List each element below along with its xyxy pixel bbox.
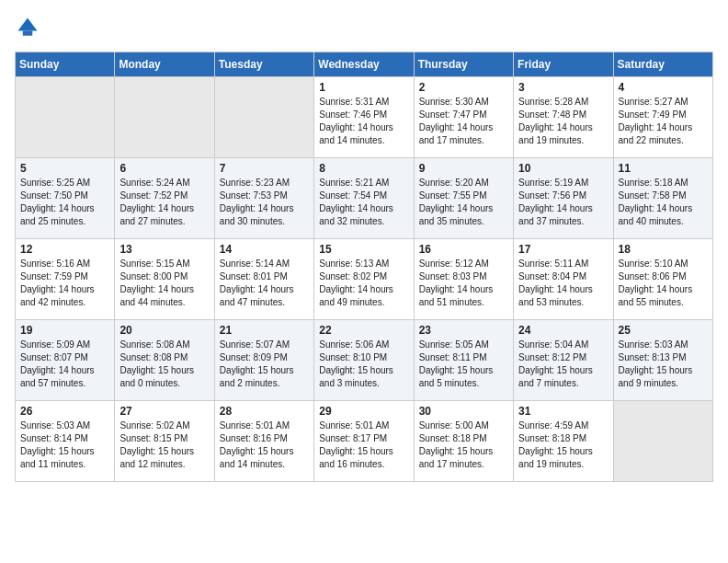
day-info: Sunrise: 5:14 AMSunset: 8:01 PMDaylight:… — [220, 258, 309, 309]
calendar-cell: 15Sunrise: 5:13 AMSunset: 8:02 PMDayligh… — [314, 239, 414, 320]
day-info: Sunrise: 5:20 AMSunset: 7:55 PMDaylight:… — [419, 177, 508, 228]
day-info: Sunrise: 5:18 AMSunset: 7:58 PMDaylight:… — [619, 177, 708, 228]
day-number: 27 — [119, 405, 209, 418]
calendar-cell: 1Sunrise: 5:31 AMSunset: 7:46 PMDaylight… — [314, 77, 414, 158]
calendar-cell: 22Sunrise: 5:06 AMSunset: 8:10 PMDayligh… — [314, 320, 414, 401]
day-info: Sunrise: 5:30 AMSunset: 7:47 PMDaylight:… — [419, 96, 508, 147]
day-number: 13 — [119, 243, 209, 256]
day-info: Sunrise: 5:01 AMSunset: 8:16 PMDaylight:… — [220, 419, 309, 471]
day-number: 29 — [319, 405, 408, 418]
calendar-week-row: 26Sunrise: 5:03 AMSunset: 8:14 PMDayligh… — [16, 401, 713, 482]
day-number: 5 — [20, 162, 109, 175]
weekday-header: Monday — [115, 52, 214, 77]
day-info: Sunrise: 5:09 AMSunset: 8:07 PMDaylight:… — [20, 339, 109, 390]
day-info: Sunrise: 4:59 AMSunset: 8:18 PMDaylight:… — [518, 419, 608, 471]
day-info: Sunrise: 5:07 AMSunset: 8:09 PMDaylight:… — [220, 339, 309, 390]
calendar-cell: 7Sunrise: 5:23 AMSunset: 7:53 PMDaylight… — [214, 158, 313, 239]
day-number: 12 — [20, 243, 109, 256]
calendar-cell: 24Sunrise: 5:04 AMSunset: 8:12 PMDayligh… — [514, 320, 613, 401]
weekday-header: Saturday — [613, 52, 712, 77]
day-info: Sunrise: 5:21 AMSunset: 7:54 PMDaylight:… — [319, 177, 408, 228]
weekday-header: Friday — [514, 52, 613, 77]
day-info: Sunrise: 5:24 AMSunset: 7:52 PMDaylight:… — [119, 177, 209, 228]
calendar-cell: 20Sunrise: 5:08 AMSunset: 8:08 PMDayligh… — [115, 320, 214, 401]
calendar-cell: 17Sunrise: 5:11 AMSunset: 8:04 PMDayligh… — [514, 239, 613, 320]
calendar-cell — [613, 401, 712, 482]
day-number: 24 — [518, 324, 608, 337]
day-info: Sunrise: 5:16 AMSunset: 7:59 PMDaylight:… — [20, 258, 109, 309]
day-number: 6 — [119, 162, 209, 175]
day-number: 3 — [518, 81, 608, 94]
day-number: 23 — [419, 324, 508, 337]
day-number: 28 — [220, 405, 309, 418]
weekday-header: Wednesday — [314, 52, 414, 77]
calendar-cell: 10Sunrise: 5:19 AMSunset: 7:56 PMDayligh… — [514, 158, 613, 239]
svg-marker-0 — [18, 18, 38, 31]
day-number: 25 — [619, 324, 708, 337]
day-info: Sunrise: 5:10 AMSunset: 8:06 PMDaylight:… — [619, 258, 708, 309]
day-number: 9 — [419, 162, 508, 175]
day-info: Sunrise: 5:19 AMSunset: 7:56 PMDaylight:… — [518, 177, 608, 228]
calendar-cell: 11Sunrise: 5:18 AMSunset: 7:58 PMDayligh… — [613, 158, 712, 239]
calendar-cell: 29Sunrise: 5:01 AMSunset: 8:17 PMDayligh… — [314, 401, 414, 482]
day-number: 26 — [20, 405, 109, 418]
weekday-header-row: SundayMondayTuesdayWednesdayThursdayFrid… — [16, 52, 713, 77]
day-info: Sunrise: 5:03 AMSunset: 8:13 PMDaylight:… — [619, 339, 708, 390]
calendar-cell: 25Sunrise: 5:03 AMSunset: 8:13 PMDayligh… — [613, 320, 712, 401]
calendar-week-row: 12Sunrise: 5:16 AMSunset: 7:59 PMDayligh… — [16, 239, 713, 320]
day-info: Sunrise: 5:25 AMSunset: 7:50 PMDaylight:… — [20, 177, 109, 228]
calendar-cell: 18Sunrise: 5:10 AMSunset: 8:06 PMDayligh… — [613, 239, 712, 320]
day-info: Sunrise: 5:23 AMSunset: 7:53 PMDaylight:… — [220, 177, 309, 228]
calendar-cell: 14Sunrise: 5:14 AMSunset: 8:01 PMDayligh… — [214, 239, 313, 320]
svg-rect-1 — [23, 31, 33, 36]
calendar-cell: 8Sunrise: 5:21 AMSunset: 7:54 PMDaylight… — [314, 158, 414, 239]
calendar-cell: 21Sunrise: 5:07 AMSunset: 8:09 PMDayligh… — [214, 320, 313, 401]
day-info: Sunrise: 5:02 AMSunset: 8:15 PMDaylight:… — [119, 419, 209, 471]
calendar-cell: 27Sunrise: 5:02 AMSunset: 8:15 PMDayligh… — [115, 401, 214, 482]
day-number: 19 — [20, 324, 109, 337]
calendar-week-row: 5Sunrise: 5:25 AMSunset: 7:50 PMDaylight… — [16, 158, 713, 239]
day-info: Sunrise: 5:12 AMSunset: 8:03 PMDaylight:… — [419, 258, 508, 309]
day-number: 15 — [319, 243, 408, 256]
calendar-cell: 9Sunrise: 5:20 AMSunset: 7:55 PMDaylight… — [414, 158, 513, 239]
calendar-cell: 12Sunrise: 5:16 AMSunset: 7:59 PMDayligh… — [16, 239, 115, 320]
day-number: 21 — [220, 324, 309, 337]
day-info: Sunrise: 5:11 AMSunset: 8:04 PMDaylight:… — [518, 258, 608, 309]
day-number: 2 — [419, 81, 508, 94]
day-number: 16 — [419, 243, 508, 256]
calendar-cell: 13Sunrise: 5:15 AMSunset: 8:00 PMDayligh… — [115, 239, 214, 320]
day-info: Sunrise: 5:08 AMSunset: 8:08 PMDaylight:… — [119, 339, 209, 390]
calendar-table: SundayMondayTuesdayWednesdayThursdayFrid… — [15, 52, 713, 482]
calendar-cell: 19Sunrise: 5:09 AMSunset: 8:07 PMDayligh… — [16, 320, 115, 401]
day-number: 31 — [518, 405, 608, 418]
calendar-cell — [115, 77, 214, 158]
day-info: Sunrise: 5:15 AMSunset: 8:00 PMDaylight:… — [119, 258, 209, 309]
calendar-cell — [16, 77, 115, 158]
day-info: Sunrise: 5:01 AMSunset: 8:17 PMDaylight:… — [319, 419, 408, 471]
calendar-cell: 28Sunrise: 5:01 AMSunset: 8:16 PMDayligh… — [214, 401, 313, 482]
day-info: Sunrise: 5:28 AMSunset: 7:48 PMDaylight:… — [518, 96, 608, 147]
calendar-cell: 6Sunrise: 5:24 AMSunset: 7:52 PMDaylight… — [115, 158, 214, 239]
day-number: 17 — [518, 243, 608, 256]
day-number: 1 — [319, 81, 408, 94]
calendar-cell: 16Sunrise: 5:12 AMSunset: 8:03 PMDayligh… — [414, 239, 513, 320]
logo — [15, 15, 44, 40]
day-number: 7 — [220, 162, 309, 175]
calendar-cell: 5Sunrise: 5:25 AMSunset: 7:50 PMDaylight… — [16, 158, 115, 239]
logo-icon — [15, 15, 40, 40]
calendar-cell: 3Sunrise: 5:28 AMSunset: 7:48 PMDaylight… — [514, 77, 613, 158]
day-info: Sunrise: 5:31 AMSunset: 7:46 PMDaylight:… — [319, 96, 408, 147]
weekday-header: Sunday — [16, 52, 115, 77]
calendar-week-row: 1Sunrise: 5:31 AMSunset: 7:46 PMDaylight… — [16, 77, 713, 158]
weekday-header: Thursday — [414, 52, 513, 77]
day-number: 11 — [619, 162, 708, 175]
calendar-cell: 26Sunrise: 5:03 AMSunset: 8:14 PMDayligh… — [16, 401, 115, 482]
calendar-cell: 30Sunrise: 5:00 AMSunset: 8:18 PMDayligh… — [414, 401, 513, 482]
day-info: Sunrise: 5:13 AMSunset: 8:02 PMDaylight:… — [319, 258, 408, 309]
calendar-week-row: 19Sunrise: 5:09 AMSunset: 8:07 PMDayligh… — [16, 320, 713, 401]
day-number: 20 — [119, 324, 209, 337]
day-number: 14 — [220, 243, 309, 256]
day-info: Sunrise: 5:06 AMSunset: 8:10 PMDaylight:… — [319, 339, 408, 390]
day-number: 4 — [619, 81, 708, 94]
calendar-cell: 23Sunrise: 5:05 AMSunset: 8:11 PMDayligh… — [414, 320, 513, 401]
